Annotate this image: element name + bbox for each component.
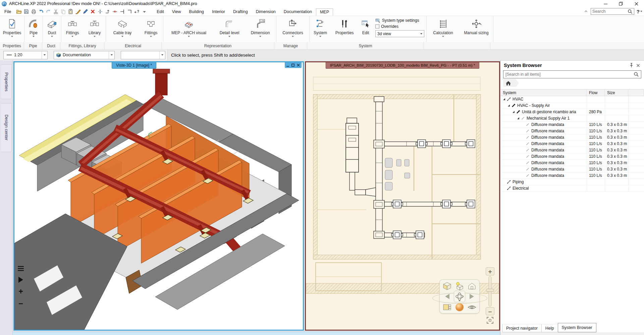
- help-button[interactable]: ?: [637, 9, 642, 14]
- render-sphere-icon[interactable]: [453, 302, 466, 312]
- paste-icon[interactable]: [67, 8, 74, 15]
- tree-row-diffusore-mandata[interactable]: Diffusore mandata110 L/s0.3 x 0.3 m: [500, 128, 644, 134]
- zoom-handle[interactable]: [486, 289, 494, 292]
- rotate-right-icon[interactable]: [466, 291, 478, 302]
- panel-tab-help[interactable]: Help: [541, 324, 558, 332]
- edit-pen-icon[interactable]: [82, 8, 89, 15]
- properties-button[interactable]: Properties: [331, 16, 358, 42]
- global-search-input[interactable]: [592, 9, 628, 14]
- menu-tab-mep[interactable]: MEP: [316, 8, 333, 16]
- mep-arch-visual-button[interactable]: MEP - ARCH visual: [163, 16, 214, 42]
- panel-close-icon[interactable]: [635, 62, 641, 68]
- redo-icon[interactable]: [45, 8, 52, 15]
- view-mode-select[interactable]: 3d view: [375, 30, 424, 37]
- tree-row-mechanical-supply-air-1[interactable]: Mechanical Supply Air 1: [500, 115, 644, 122]
- menu-tab-edit[interactable]: Edit: [153, 8, 168, 15]
- calculation-button[interactable]: Calculation: [427, 16, 460, 42]
- menu-tab-dimension[interactable]: Dimension: [252, 8, 280, 15]
- duct-button[interactable]: Duct: [43, 16, 61, 42]
- zoom-out-button[interactable]: –: [486, 307, 494, 315]
- play-icon[interactable]: [18, 277, 23, 283]
- browser-search-input[interactable]: [505, 72, 634, 77]
- corner-snap-icon[interactable]: [126, 8, 133, 15]
- viewport-3d-title-tab[interactable]: Viste-3D 1 [Image] *: [112, 62, 156, 69]
- tree-row-unit-di-gestione-ricambio-aria[interactable]: Unità di gestione ricambio aria280 Pa: [500, 109, 644, 115]
- expand-triangle-icon[interactable]: [517, 117, 519, 119]
- viewport-3d[interactable]: + – Viste-3D 1 [Image] *: [13, 61, 304, 331]
- empty-combo[interactable]: [121, 51, 165, 59]
- checkbox-icon[interactable]: [375, 24, 379, 28]
- connectors-button[interactable]: Connectors: [276, 16, 309, 42]
- global-search-box[interactable]: [591, 8, 634, 15]
- undo-icon[interactable]: [38, 8, 45, 15]
- zoom-track[interactable]: [488, 276, 492, 307]
- close-button[interactable]: [629, 0, 644, 7]
- viewport-plan-title-tab[interactable]: IPSAR_ARCH_BIM_20190730_LODB_100_modello…: [325, 62, 479, 69]
- tree-row-diffusore-mandata[interactable]: Diffusore mandata110 L/s0.3 x 0.3 m: [500, 147, 644, 153]
- column-header-extra[interactable]: [628, 89, 644, 96]
- edit-button[interactable]: Edit: [358, 16, 373, 42]
- 3d-model-view[interactable]: [14, 62, 303, 330]
- collapse-ribbon-icon[interactable]: [584, 9, 588, 14]
- delete-snap-icon[interactable]: [111, 8, 118, 15]
- pin-icon[interactable]: [628, 62, 635, 68]
- expand-triangle-icon[interactable]: [513, 111, 515, 113]
- browser-search-box[interactable]: [503, 70, 641, 78]
- endpoint-snap-icon[interactable]: [119, 8, 126, 15]
- viewport-close-icon[interactable]: [297, 64, 300, 67]
- viewport-plan[interactable]: + – IPSAR_ARCH_BIM_20190730_LODB_100_mod…: [305, 61, 500, 331]
- point-query-icon[interactable]: +?: [133, 8, 141, 15]
- home-view-icon[interactable]: [466, 281, 478, 291]
- panel-tab-project-navigator[interactable]: Project navigator: [502, 324, 542, 332]
- side-tab-properties[interactable]: Properties: [1, 64, 12, 99]
- detail-level-button[interactable]: Detail level: [214, 16, 245, 42]
- zoom-in-button[interactable]: +: [486, 267, 494, 275]
- delete-icon[interactable]: [89, 8, 96, 15]
- pipe-button[interactable]: Pipe: [24, 16, 43, 42]
- menu-tab-interior[interactable]: Interior: [208, 8, 229, 15]
- zoom-extents-icon[interactable]: [486, 316, 494, 324]
- menu-tab-building[interactable]: Building: [185, 8, 208, 15]
- minimize-button[interactable]: [598, 0, 613, 7]
- perspective-icon[interactable]: [453, 281, 466, 291]
- tree-row-diffusore-mandata[interactable]: Diffusore mandata110 L/s0.3 x 0.3 m: [500, 160, 644, 166]
- system-button[interactable]: System: [310, 16, 331, 42]
- orbit-icon[interactable]: [453, 291, 466, 302]
- layout-views-icon[interactable]: [441, 302, 453, 312]
- tree-row-piping[interactable]: Piping: [500, 179, 644, 185]
- system-type-settings-button[interactable]: System type settings: [375, 18, 424, 23]
- axonometry-icon[interactable]: [441, 281, 453, 291]
- zoom-in-icon[interactable]: +: [18, 288, 23, 294]
- manual-sizing-button[interactable]: Manual sizing: [460, 16, 493, 42]
- tree-row-diffusore-mandata[interactable]: Diffusore mandata110 L/s0.3 x 0.3 m: [500, 141, 644, 147]
- tree-row-diffusore-mandata[interactable]: Diffusore mandata110 L/s0.3 x 0.3 m: [500, 134, 644, 141]
- copy-icon[interactable]: [60, 8, 67, 15]
- expand-triangle-icon[interactable]: [503, 98, 505, 100]
- viewport-maximize-icon[interactable]: [291, 64, 294, 67]
- rotate-left-icon[interactable]: [441, 291, 453, 302]
- properties-button[interactable]: Properties: [0, 16, 24, 42]
- zoom-out-icon[interactable]: –: [18, 300, 23, 306]
- style-brush-icon[interactable]: [74, 8, 82, 15]
- side-tab-design-center[interactable]: Design center: [1, 103, 12, 152]
- view-menu-icon[interactable]: [18, 266, 24, 271]
- node-snap-icon[interactable]: [97, 8, 104, 15]
- tree-row-diffusore-mandata[interactable]: Diffusore mandata110 L/s0.3 x 0.3 m: [500, 166, 644, 173]
- column-header-flow[interactable]: Flow: [587, 89, 605, 96]
- restore-button[interactable]: [613, 0, 629, 7]
- column-header-system[interactable]: System: [500, 89, 587, 96]
- more-icon[interactable]: [141, 8, 148, 15]
- overrides-checkbox[interactable]: Overrides: [375, 24, 424, 29]
- menu-file[interactable]: File: [0, 8, 15, 15]
- open-icon[interactable]: [15, 8, 22, 15]
- panel-tab-system-browser[interactable]: System Browser: [558, 323, 596, 332]
- library-button[interactable]: Library: [84, 16, 106, 42]
- tree-row-electrical[interactable]: Electrical: [500, 185, 644, 192]
- browser-column-header[interactable]: SystemFlowSize: [500, 89, 644, 96]
- scale-combo[interactable]: 1:20: [3, 51, 48, 59]
- tree-row-hvac-supply-air[interactable]: HVAC - Supply Air: [500, 103, 644, 109]
- home-button[interactable]: [503, 79, 519, 87]
- fittings-button[interactable]: Fittings: [61, 16, 84, 42]
- visibility-eye-icon[interactable]: [466, 302, 478, 312]
- tree-row-diffusore-mandata[interactable]: Diffusore mandata110 L/s0.3 x 0.3 m: [500, 122, 644, 128]
